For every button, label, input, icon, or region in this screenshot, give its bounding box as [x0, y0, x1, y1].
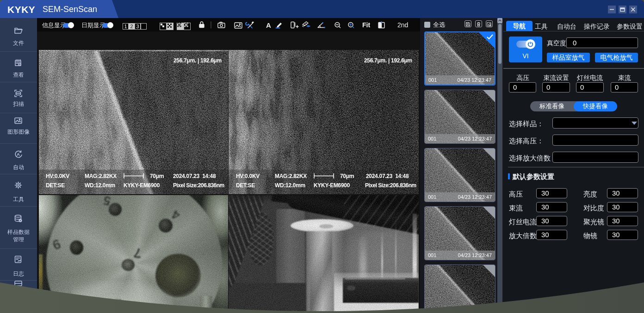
svg-text:A: A: [266, 21, 271, 29]
svg-text:Fit: Fit: [362, 21, 370, 29]
svg-text:2nd: 2nd: [397, 21, 408, 29]
svg-text:A: A: [17, 152, 20, 157]
